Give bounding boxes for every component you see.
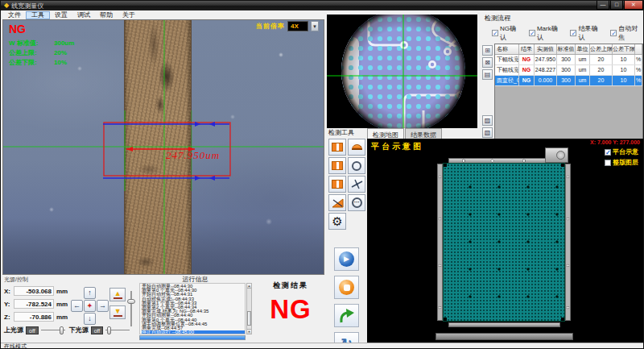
maximize-button[interactable]: □ [610, 1, 623, 10]
clear-all-button[interactable]: ⊠ [482, 57, 493, 68]
z-down-button[interactable]: ▼ [109, 305, 126, 319]
table-row[interactable]: 圆直径_0NG0.000300um2010% [495, 76, 642, 86]
jog-up-button[interactable]: ↑ [84, 287, 96, 299]
checkbox-icon[interactable]: ✓ [570, 30, 576, 36]
results-table[interactable]: 名称结果实测值标准值单位公差上限公差下限下幅线宽_0NG247.950300um… [494, 44, 643, 152]
stop-button[interactable] [334, 276, 359, 299]
param-value: 300um [54, 39, 74, 47]
platform-base-rail [436, 333, 573, 340]
menu-item-3[interactable]: 调试 [72, 11, 95, 19]
layer-toggle-1[interactable]: 整版图层 [605, 158, 638, 167]
checkbox-icon[interactable]: ✓ [610, 30, 617, 36]
scrollbar-thumb[interactable] [247, 311, 251, 326]
delete-button[interactable]: ▤ [482, 69, 493, 80]
home-button[interactable]: ✦ [84, 300, 96, 312]
flow-option-1[interactable]: ✓Mark确认 [529, 24, 564, 42]
status-text: 在线模式 [4, 343, 27, 349]
import-file-button[interactable]: ▧ [482, 127, 493, 138]
edit-button[interactable]: ⊞ [482, 45, 493, 56]
log-line-highlighted[interactable]: 停止自动运行 --08:45:00 [142, 330, 245, 334]
menu-item-5[interactable]: 关于 [118, 11, 140, 19]
axis-value: -503.068 [14, 286, 54, 296]
magnification-select[interactable]: 4X [287, 21, 308, 31]
axis-row: X:-503.068mm [4, 286, 71, 296]
checkbox-label: NG确认 [500, 24, 522, 42]
slider-thumb[interactable] [60, 326, 64, 334]
jog-down-button[interactable]: ↓ [84, 313, 96, 325]
export-file-button[interactable]: ▨ [482, 115, 493, 126]
column-header: 公差下限 [613, 44, 635, 54]
play-button[interactable]: ▶ [334, 247, 359, 271]
export-button[interactable] [334, 304, 359, 327]
checkbox-label: 结果确认 [578, 24, 603, 42]
menu-item-1[interactable]: 工具 [26, 11, 50, 19]
column-header: 结果 [519, 44, 535, 54]
jog-left-button[interactable]: ← [71, 300, 83, 312]
menu-item-4[interactable]: 帮助 [95, 11, 118, 19]
platform-schematic[interactable]: 平台示意图 X: 7.000 Y: 277.000 ✓平台示意整版图层 [367, 139, 643, 343]
menu-item-2[interactable]: 设置 [50, 11, 72, 19]
jog-right-button[interactable]: → [97, 300, 109, 312]
light-motion-control-panel: 光源/控制 X:-503.068mmY:-782.524mmZ:-70.886m… [1, 275, 136, 343]
table-cell: 300 [557, 65, 576, 75]
tool-slope-button[interactable] [328, 194, 346, 211]
tool-linewidth-b-button[interactable] [328, 157, 346, 174]
tool-linewidth-a-button[interactable] [328, 139, 346, 156]
upper-light-slider[interactable] [41, 326, 65, 334]
checkbox-label: 自动对焦 [618, 24, 643, 42]
table-cell: 300 [557, 55, 576, 64]
line-width-icon [332, 161, 343, 170]
slider-thumb[interactable] [107, 326, 111, 334]
param-label: W 标准值: [9, 39, 54, 48]
checkbox-icon[interactable]: ✓ [529, 30, 535, 36]
minimize-button[interactable]: — [597, 1, 609, 10]
table-row[interactable]: 下幅线宽_1NG248.227300um2010% [495, 65, 642, 76]
checkbox-icon[interactable]: ✓ [492, 30, 498, 36]
camera-scope-view[interactable] [327, 15, 477, 128]
chevron-down-icon[interactable]: ▼ [311, 21, 319, 31]
flow-option-2[interactable]: ✓结果确认 [570, 24, 603, 42]
upper-light-toggle[interactable]: off [26, 326, 39, 334]
line-width-icon [332, 180, 343, 189]
z-up-button[interactable]: ▲ [109, 288, 126, 301]
circle-icon [352, 161, 361, 171]
param-value: 10% [54, 59, 67, 66]
layer-toggle-0[interactable]: ✓平台示意 [605, 147, 638, 156]
tool-circle-button[interactable] [348, 157, 365, 174]
table-cell: 圆直径_0 [495, 76, 519, 85]
checkbox-icon[interactable]: ✓ [605, 149, 611, 156]
tool-grid: ⋯⚙ [326, 139, 367, 230]
flow-option-0[interactable]: ✓NG确认 [492, 24, 522, 42]
menu-item-0[interactable]: 文件 [3, 11, 26, 19]
scroll-down-icon[interactable]: ▼ [247, 329, 251, 334]
stop-icon [339, 280, 354, 295]
flow-option-3[interactable]: ✓自动对焦 [610, 24, 643, 42]
axis-unit: mm [56, 288, 68, 295]
log-list[interactable]: 开始自动测量--08:44:30测量第0 个单元--08:44:30开始自动对焦… [139, 283, 246, 334]
table-row[interactable]: 下幅线宽_0NG247.950300um2010% [495, 55, 642, 65]
axis-readouts: X:-503.068mmY:-782.524mmZ:-70.886mm [4, 285, 71, 325]
checkbox-icon[interactable] [605, 160, 611, 166]
app-window: ◆ 线宽测量仪 — □ ✕ 文件工具设置调试帮助关于 NG W [0, 0, 644, 349]
status-bar: 在线模式 [1, 343, 644, 349]
axis-label: X: [4, 288, 11, 295]
microscope-image-view[interactable]: NG W 标准值:300um公差上限:20%公差下限:10% 当前倍率 4X ▼… [2, 19, 324, 275]
export-arrow-icon [338, 308, 356, 324]
tool-angle-button[interactable] [348, 176, 365, 193]
z-up-arrow-icon: ▲ [114, 290, 122, 299]
lower-light-toggle[interactable]: off [91, 326, 104, 334]
tool-settings-button[interactable]: ⚙ [328, 213, 346, 230]
lower-light-slider[interactable] [105, 326, 130, 334]
tool-ellipsis-button[interactable]: ⋯ [348, 194, 365, 211]
platform-layer-toggles: ✓平台示意整版图层 [605, 147, 638, 167]
z-speed-slider[interactable] [126, 285, 136, 325]
lower-light-label: 下光源 [69, 326, 89, 334]
close-button[interactable]: ✕ [624, 1, 643, 10]
control-panel-title: 光源/控制 [1, 275, 136, 285]
tools-panel-title: 检测工具 [326, 128, 367, 139]
scroll-up-icon[interactable]: ▲ [247, 284, 251, 289]
tool-linewidth-c-button[interactable] [328, 176, 346, 193]
tool-dome-button[interactable] [348, 139, 365, 156]
slider-thumb[interactable] [127, 299, 135, 304]
log-scrollbar[interactable]: ▲ ▼ [246, 283, 252, 334]
